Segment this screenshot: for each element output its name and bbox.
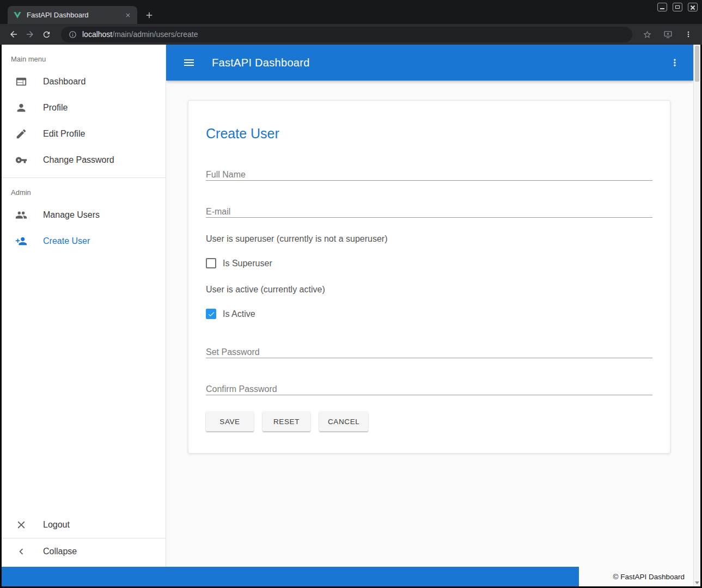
bookmark-star-button[interactable] (639, 26, 655, 42)
vue-favicon-icon (13, 11, 22, 20)
browser-titlebar: FastAPI Dashboard (0, 0, 702, 24)
sidebar-item-change-password[interactable]: Change Password (2, 147, 166, 173)
key-icon (15, 154, 28, 167)
chevron-left-icon (15, 545, 28, 558)
sidebar-item-label: Edit Profile (43, 129, 85, 139)
close-icon (15, 518, 28, 531)
maximize-button[interactable] (673, 3, 682, 11)
cancel-button[interactable]: CANCEL (319, 412, 368, 431)
sidebar-item-collapse[interactable]: Collapse (2, 538, 166, 565)
sidebar-item-dashboard[interactable]: Dashboard (2, 69, 166, 95)
back-button[interactable] (5, 26, 22, 42)
scrollbar[interactable] (693, 45, 700, 586)
superuser-checkbox-label: Is Superuser (223, 259, 272, 268)
reload-button[interactable] (38, 26, 54, 42)
window-controls (657, 3, 698, 11)
url-path: /main/admin/users/create (112, 30, 198, 39)
site-info-icon[interactable] (69, 30, 77, 39)
set-password-input[interactable] (206, 346, 652, 358)
tab-title: FastAPI Dashboard (27, 11, 123, 19)
sidebar-item-manage-users[interactable]: Manage Users (2, 202, 166, 228)
sidebar-item-logout[interactable]: Logout (2, 512, 166, 538)
install-app-button[interactable] (660, 26, 676, 42)
sidebar-spacer (2, 254, 166, 512)
sidebar-item-label: Dashboard (43, 77, 86, 87)
forward-button[interactable] (22, 26, 38, 42)
minimize-button[interactable] (657, 3, 667, 11)
sidebar-item-create-user[interactable]: Create User (2, 228, 166, 254)
sidebar-item-edit-profile[interactable]: Edit Profile (2, 121, 166, 147)
person-icon (15, 101, 28, 114)
active-checkbox-label: Is Active (223, 309, 255, 319)
page: Main menu Dashboard Profile Edit Profile (2, 45, 700, 586)
toolbar-actions (639, 26, 697, 42)
superuser-checkbox-row[interactable]: Is Superuser (206, 258, 652, 268)
sidebar-item-label: Manage Users (43, 210, 100, 220)
sidebar-item-label: Create User (43, 236, 90, 246)
browser-menu-button[interactable] (680, 26, 697, 42)
full-name-input[interactable] (206, 169, 652, 181)
superuser-checkbox[interactable] (206, 258, 216, 268)
confirm-password-input[interactable] (206, 383, 652, 395)
appbar-title: FastAPI Dashboard (212, 57, 310, 69)
browser-window: FastAPI Dashboard localhost/m (0, 0, 702, 588)
sidebar-item-profile[interactable]: Profile (2, 95, 166, 121)
sidebar-item-label: Collapse (43, 547, 77, 556)
group-icon (15, 209, 28, 222)
address-bar[interactable]: localhost/main/admin/users/create (61, 27, 632, 42)
dashboard-icon (15, 75, 28, 88)
main-area: FastAPI Dashboard Create User User is su… (166, 45, 693, 586)
email-input[interactable] (206, 206, 652, 218)
content-area: Create User User is superuser (currently… (166, 100, 693, 586)
sidebar-section-header-main: Main menu (2, 45, 166, 69)
sidebar-item-label: Logout (43, 520, 70, 530)
window-close-button[interactable] (688, 3, 698, 11)
sidebar: Main menu Dashboard Profile Edit Profile (2, 45, 166, 586)
sidebar-section-header-admin: Admin (2, 178, 166, 202)
form-actions: SAVE RESET CANCEL (206, 412, 652, 431)
scroll-down-icon[interactable] (695, 581, 699, 584)
appbar: FastAPI Dashboard (166, 45, 693, 81)
active-note: User is active (currently active) (206, 285, 652, 295)
pencil-icon (15, 127, 28, 140)
active-checkbox[interactable] (206, 309, 216, 319)
footer-copyright: © FastAPI Dashboard (579, 567, 693, 586)
footer: © FastAPI Dashboard (2, 567, 693, 586)
browser-toolbar: localhost/main/admin/users/create (0, 24, 702, 45)
appbar-menu-button[interactable] (664, 52, 686, 74)
page-title: Create User (206, 126, 652, 142)
save-button[interactable]: SAVE (206, 412, 254, 431)
superuser-note: User is superuser (currently is not a su… (206, 234, 652, 244)
hamburger-menu-button[interactable] (178, 52, 200, 74)
url-host: localhost (82, 30, 112, 39)
checkmark-icon (207, 310, 215, 318)
create-user-card: Create User User is superuser (currently… (188, 100, 670, 454)
sidebar-item-label: Change Password (43, 155, 114, 165)
sidebar-item-label: Profile (43, 103, 68, 113)
active-checkbox-row[interactable]: Is Active (206, 309, 652, 319)
reset-button[interactable]: RESET (263, 412, 310, 431)
new-tab-button[interactable] (143, 9, 156, 22)
tab-close-button[interactable] (123, 10, 133, 20)
scrollbar-thumb[interactable] (695, 46, 699, 82)
person-add-icon (15, 235, 28, 248)
browser-tab[interactable]: FastAPI Dashboard (8, 6, 137, 24)
url-text: localhost/main/admin/users/create (82, 30, 198, 39)
